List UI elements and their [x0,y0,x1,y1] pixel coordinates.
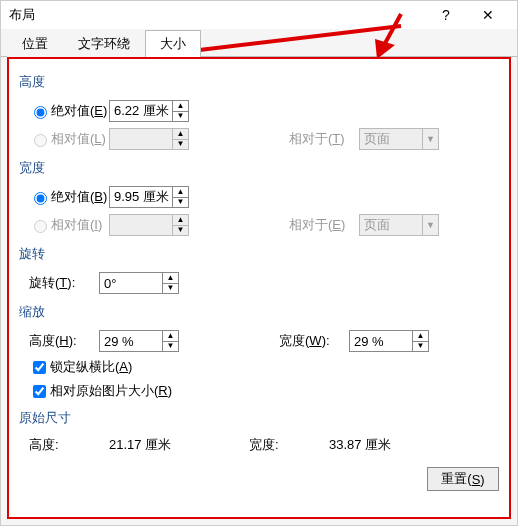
radio-height-relative[interactable]: 相对值(L) [29,130,109,148]
help-button[interactable]: ? [425,3,467,27]
spin-up-icon: ▲ [173,129,188,140]
tab-position[interactable]: 位置 [7,30,63,57]
value-original-width: 33.87 厘米 [329,436,391,454]
radio-width-absolute-input[interactable] [34,192,47,205]
chevron-down-icon: ▼ [422,215,438,235]
radio-height-relative-input [34,134,47,147]
value-original-height: 21.17 厘米 [109,436,249,454]
spinner-rotation[interactable]: 0° ▲▼ [99,272,179,294]
spinner-width-absolute[interactable]: 9.95 厘米 ▲▼ [109,186,189,208]
spin-down-icon[interactable]: ▼ [173,112,188,122]
label-rotation: 旋转(T): [29,274,99,292]
spin-down-icon[interactable]: ▼ [163,284,178,294]
tabstrip: 位置 文字环绕 大小 [1,29,517,57]
tab-text-wrap[interactable]: 文字环绕 [63,30,145,57]
checkbox-lock-aspect-input[interactable] [33,361,46,374]
select-width-relative-to: 页面 ▼ [359,214,439,236]
spinner-width-relative: ▲▼ [109,214,189,236]
radio-width-absolute[interactable]: 绝对值(B) [29,188,109,206]
label-height-relative-to: 相对于(T) [289,130,359,148]
section-original: 原始尺寸 [19,409,499,427]
layout-dialog: 布局 ? ✕ 位置 文字环绕 大小 高度 绝对值(E) 6.22 厘米 ▲▼ 相… [0,0,518,526]
radio-height-absolute-input[interactable] [34,106,47,119]
section-scale: 缩放 [19,303,499,321]
size-panel: 高度 绝对值(E) 6.22 厘米 ▲▼ 相对值(L) ▲▼ 相对于(T) 页面 [7,57,511,519]
radio-width-relative-input [34,220,47,233]
spinner-scale-width[interactable]: 29 % ▲▼ [349,330,429,352]
spin-down-icon: ▼ [173,140,188,150]
spin-down-icon[interactable]: ▼ [173,198,188,208]
spinner-height-absolute[interactable]: 6.22 厘米 ▲▼ [109,100,189,122]
section-height: 高度 [19,73,499,91]
checkbox-relative-original[interactable]: 相对原始图片大小(R) [29,379,499,403]
tab-size[interactable]: 大小 [145,30,201,57]
label-scale-height: 高度(H): [29,332,99,350]
section-rotation: 旋转 [19,245,499,263]
spin-down-icon[interactable]: ▼ [413,342,428,352]
spin-up-icon[interactable]: ▲ [413,331,428,342]
checkbox-lock-aspect[interactable]: 锁定纵横比(A) [29,355,499,379]
window-title: 布局 [9,6,425,24]
radio-width-relative[interactable]: 相对值(I) [29,216,109,234]
label-original-width: 宽度: [249,436,329,454]
spinner-scale-height[interactable]: 29 % ▲▼ [99,330,179,352]
spin-down-icon[interactable]: ▼ [163,342,178,352]
label-scale-width: 宽度(W): [279,332,349,350]
spin-up-icon[interactable]: ▲ [173,101,188,112]
checkbox-relative-original-input[interactable] [33,385,46,398]
radio-height-absolute[interactable]: 绝对值(E) [29,102,109,120]
select-height-relative-to: 页面 ▼ [359,128,439,150]
label-width-relative-to: 相对于(E) [289,216,359,234]
spin-down-icon: ▼ [173,226,188,236]
titlebar: 布局 ? ✕ [1,1,517,29]
spin-up-icon[interactable]: ▲ [163,273,178,284]
spin-up-icon[interactable]: ▲ [163,331,178,342]
spin-up-icon: ▲ [173,215,188,226]
section-width: 宽度 [19,159,499,177]
label-original-height: 高度: [29,436,109,454]
reset-button[interactable]: 重置(S) [427,467,499,491]
chevron-down-icon: ▼ [422,129,438,149]
spinner-height-relative: ▲▼ [109,128,189,150]
close-button[interactable]: ✕ [467,3,509,27]
spin-up-icon[interactable]: ▲ [173,187,188,198]
